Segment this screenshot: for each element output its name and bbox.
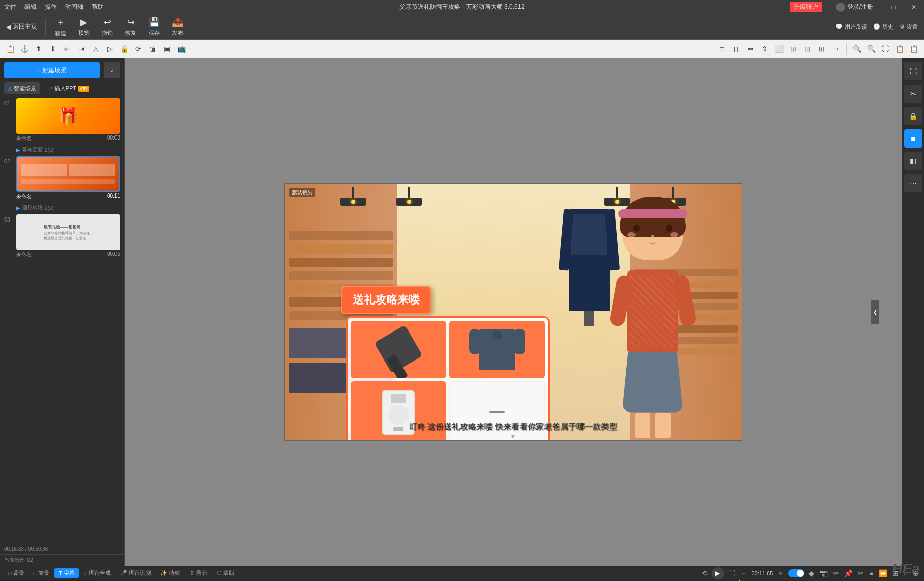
tab-subtitle[interactable]: T 字幕	[54, 568, 79, 578]
home-button[interactable]: ◀ 返回主页	[6, 22, 37, 31]
new-button[interactable]: ＋ 新建	[50, 14, 71, 39]
shadow-button[interactable]: ◧	[904, 152, 922, 170]
tool-copy[interactable]: 📋	[893, 43, 906, 55]
music-button[interactable]: ♪	[104, 62, 120, 78]
smart-scene-tab[interactable]: A 智能场景	[4, 82, 40, 94]
cut-button[interactable]: ✂	[857, 568, 865, 578]
transition-item[interactable]: ▶ 圆形转场 2(s)	[16, 204, 120, 211]
tool-paste[interactable]: 📋	[908, 43, 920, 55]
tab-mask[interactable]: ⬡ 蒙版	[213, 568, 239, 578]
feedback-icon: 💬	[835, 23, 843, 30]
tool-align-right-edge[interactable]: ⇥	[75, 43, 88, 55]
foreground-icon: □	[34, 570, 37, 576]
toggle-switch[interactable]	[788, 569, 804, 577]
ai-icon: A	[8, 86, 12, 92]
tool-loop[interactable]: ⟳	[132, 43, 145, 55]
tool-zoom-in[interactable]: 🔍	[851, 43, 863, 55]
canvas-expand-button[interactable]: ▼	[510, 432, 517, 440]
feedback-button[interactable]: 💬 用户反馈	[835, 23, 867, 31]
lock-button[interactable]: 🔒	[904, 107, 922, 125]
history-icon: 🕐	[873, 23, 880, 30]
menu-help[interactable]: 帮助	[92, 3, 104, 11]
scene-info: 未命名 00:03	[16, 135, 120, 142]
tool-align-v[interactable]: ⫼	[730, 43, 742, 55]
tool-align-down[interactable]: ⬇	[47, 43, 59, 55]
panel-collapse-button[interactable]: ❮	[871, 300, 879, 324]
camera-button[interactable]: 📷	[818, 568, 829, 578]
tool-align-left-edge[interactable]: ⇤	[61, 43, 73, 55]
fullscreen-button[interactable]: ⛶	[904, 62, 922, 80]
tool-distribute-v[interactable]: ⇕	[759, 43, 771, 55]
tool-shape[interactable]: △	[90, 43, 102, 55]
ppt-icon: P	[48, 86, 52, 92]
publish-icon: 📤	[172, 17, 183, 28]
tool-split[interactable]: ⊞	[787, 43, 799, 55]
scene-item[interactable]: 02 未命名 00:11	[4, 156, 120, 200]
tool-distribute-h[interactable]: ⇔	[744, 43, 757, 55]
new-scene-button[interactable]: + 新建场景	[4, 62, 100, 78]
center-area: 送礼攻略来喽	[125, 58, 902, 566]
settings-button[interactable]: ⚙ 设置	[900, 23, 918, 31]
tools-bar: 📋 ⚓ ⬆ ⬇ ⇤ ⇥ △ ▷ 🔒 ⟳ 🗑 ▣ 📺 ≡ ⫼ ⇔ ⇕ ⬜ ⊞ ⊡ …	[0, 40, 924, 58]
tool-anchor[interactable]: ⚓	[18, 43, 31, 55]
menu-file[interactable]: 文件	[4, 3, 16, 11]
scene-info: 未命名 00:11	[16, 193, 120, 200]
undo-icon: ↩	[104, 17, 111, 28]
tab-effects[interactable]: ✨ 特效	[156, 568, 184, 578]
tool-lock[interactable]: 🔒	[118, 43, 130, 55]
preview-button[interactable]: ▶ 预览	[73, 15, 95, 39]
timeline-play-button[interactable]: ▶	[712, 567, 724, 579]
tab-background[interactable]: □ 背景	[4, 568, 28, 578]
scene-item[interactable]: 01 🎁 未命名 00:03	[4, 98, 120, 142]
tool-delete[interactable]: 🗑	[147, 43, 159, 55]
more-options-button[interactable]: ⋯	[904, 174, 922, 192]
tool-select[interactable]: 📋	[4, 43, 16, 55]
arrange-button[interactable]: ≡	[868, 568, 874, 578]
tab-foreground[interactable]: □ 前景	[30, 568, 54, 578]
keyframe-button[interactable]: ◆	[807, 568, 815, 578]
color-button[interactable]: ■	[904, 129, 922, 148]
transition-item[interactable]: ▶ 幕布层登 2(s)	[16, 146, 120, 153]
tool-animate[interactable]: ▷	[104, 43, 116, 55]
timeline-zoom-out-button[interactable]: －	[739, 568, 748, 579]
tool-align-h[interactable]: ≡	[716, 43, 728, 55]
tab-voice-synthesis[interactable]: ♪ 语音合成	[80, 568, 115, 578]
right-panel: ⛶ ✂ 🔒 ■ ◧ ⋯	[902, 58, 924, 566]
speed-button[interactable]: ⏩	[878, 568, 888, 578]
tool-full[interactable]: ⛶	[879, 43, 891, 55]
tab-voice-recognition[interactable]: 🎤 语音识别	[116, 568, 155, 578]
redo-button[interactable]: ↪ 恢复	[120, 15, 141, 39]
tool-move-right[interactable]: →	[830, 43, 842, 55]
crop-button[interactable]: ✂	[904, 85, 922, 103]
upgrade-button[interactable]: 升级账户	[790, 2, 822, 12]
pin-button[interactable]: 📌	[843, 568, 854, 578]
timeline-toggle	[788, 569, 804, 577]
edit-button[interactable]: ✏	[832, 568, 840, 578]
toggle-knob	[797, 570, 804, 577]
tool-merge[interactable]: ⊡	[801, 43, 814, 55]
timeline-rewind-button[interactable]: ⟲	[701, 568, 709, 578]
import-ppt-tab[interactable]: P 插入PPT VIP	[44, 82, 93, 94]
tool-align-up[interactable]: ⬆	[33, 43, 45, 55]
save-button[interactable]: 💾 保存	[143, 15, 165, 39]
menu-operate[interactable]: 操作	[45, 3, 57, 11]
tool-screen[interactable]: 📺	[175, 43, 187, 55]
maximize-button[interactable]: □	[883, 0, 904, 14]
timeline-expand-button[interactable]: ⛶	[727, 568, 736, 578]
tool-border[interactable]: ⬜	[773, 43, 785, 55]
undo-button[interactable]: ↩ 撤销	[97, 15, 118, 39]
history-button[interactable]: 🕐 历史	[873, 23, 893, 31]
publish-button[interactable]: 📤 发布	[167, 15, 188, 39]
tool-zoom-out[interactable]: 🔍	[865, 43, 877, 55]
menu-timeline[interactable]: 时间轴	[65, 3, 83, 11]
tab-record[interactable]: 🎙 录音	[185, 568, 212, 578]
scene-number: 01	[4, 98, 12, 106]
tool-more-align[interactable]: ⊞	[816, 43, 828, 55]
tool-group[interactable]: ▣	[161, 43, 173, 55]
menu-edit[interactable]: 编辑	[24, 3, 37, 11]
close-button[interactable]: ✕	[904, 0, 924, 14]
timeline-zoom-in-button[interactable]: ＋	[776, 568, 785, 579]
left-panel: + 新建场景 ♪ A 智能场景 P 插入PPT VIP 01 🎁	[0, 58, 125, 566]
scene-item[interactable]: 03 服装礼物——爸爸装 父亲节礼物推荐清单，为老爸... 挑选最合适的礼物，让…	[4, 214, 120, 258]
minimize-button[interactable]: －	[863, 0, 883, 14]
